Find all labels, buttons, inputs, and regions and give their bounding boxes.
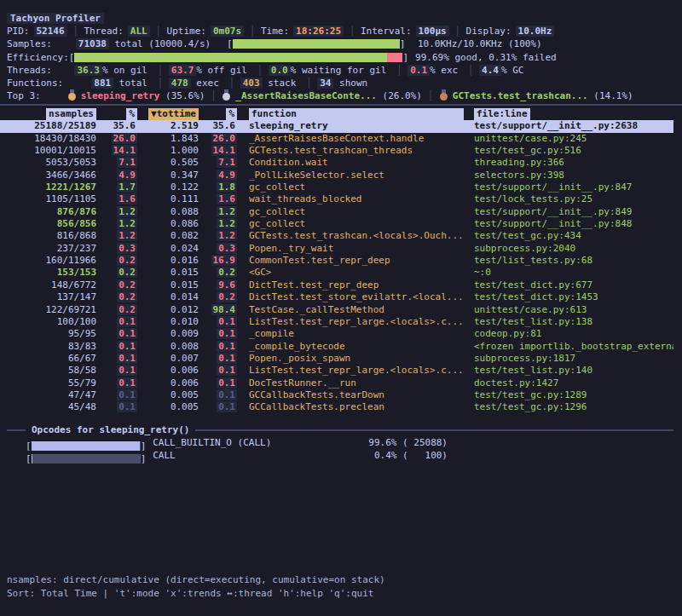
cell-cumulative-percent: 14.1: [199, 145, 237, 157]
function-stat: 881: [67, 77, 113, 89]
table-row[interactable]: 55/790.10.0060.1DocTestRunner.__rundocte…: [0, 377, 673, 389]
top3-percent: (35.6%): [159, 90, 205, 101]
table-row[interactable]: 148/67720.20.0159.6DictTest.test_repr_de…: [0, 279, 673, 291]
cell-nsamples: 18430/18430: [21, 133, 96, 145]
function-stat-value: 478: [169, 78, 191, 89]
column-header-direct-percent[interactable]: %: [126, 108, 137, 120]
table-row[interactable]: 100/1000.10.0100.1ListTest.test_repr_lar…: [0, 316, 673, 328]
cell-direct-percent: 0.1: [96, 365, 137, 377]
table-row[interactable]: 137/1470.20.0140.2DictTest.test_store_ev…: [0, 291, 673, 303]
function-stat-value: 403: [240, 78, 263, 89]
cell-tottime: 0.015: [137, 267, 199, 279]
efficiency-bar-good: [74, 53, 387, 62]
column-header-tottime-sorted[interactable]: ▼tottime: [148, 108, 199, 120]
cell-direct-percent: 0.2: [96, 255, 137, 267]
table-row[interactable]: 95/950.10.0090.1_compilecodeop.py:81: [0, 328, 673, 340]
column-header-cumulative-percent[interactable]: %: [226, 108, 237, 120]
top3-line: Top 3:sleeping_retry (35.6%) │ _AssertRa…: [7, 89, 675, 102]
top3-function-name[interactable]: sleeping_retry: [81, 90, 160, 101]
cell-function-name: wait_threads_blocked: [237, 193, 467, 205]
cell-function-name: DocTestRunner.__run: [237, 377, 467, 389]
table-row[interactable]: 237/2370.30.0240.3Popen._try_waitsubproc…: [0, 243, 673, 255]
cell-cumulative-percent: 0.2: [199, 291, 237, 303]
direct-percent-value: 0.1: [117, 341, 137, 352]
table-row[interactable]: 153/1530.20.0150.2<GC>~:0: [0, 267, 673, 279]
cell-file-line: test/test_gc.py:516: [467, 145, 673, 157]
table-row[interactable]: 1105/11051.60.1111.6wait_threads_blocked…: [0, 193, 673, 205]
top3-percent: (26.0%): [377, 90, 422, 101]
direct-percent-value: 0.1: [117, 365, 137, 376]
table-row[interactable]: 5053/50537.10.5057.1Condition.waitthread…: [0, 157, 673, 169]
function-stat: 403: [240, 78, 263, 89]
thread-value[interactable]: ALL: [128, 26, 150, 37]
table-row[interactable]: 3466/34664.90.3474.9_PollLikeSelector.se…: [0, 170, 673, 181]
cell-cumulative-percent: 0.1: [199, 401, 237, 413]
function-stat-value: 881: [91, 78, 113, 89]
top3-function-name[interactable]: _AssertRaisesBaseConte...: [235, 90, 377, 101]
thread-stat-value: 0.1: [407, 65, 430, 76]
top3-items: sleeping_retry (35.6%) │ _AssertRaisesBa…: [67, 90, 633, 101]
cumulative-percent-value: 0.2: [217, 291, 237, 302]
table-row[interactable]: 45/480.10.0050.1GCCallbackTests.preclean…: [0, 401, 673, 413]
cumulative-percent-value: 0.1: [217, 328, 237, 339]
cell-tottime: 0.016: [137, 255, 199, 267]
cell-cumulative-percent: 0.1: [199, 328, 237, 340]
cell-nsamples: 816/868: [21, 230, 96, 242]
cell-nsamples: 83/83: [21, 341, 96, 353]
cell-file-line: subprocess.py:1817: [467, 353, 673, 365]
functions-items: 881 total │ 478 exec │ 403 stack │ 34 sh…: [67, 78, 372, 89]
cell-direct-percent: 0.2: [96, 279, 137, 291]
cell-tottime: 0.009: [137, 328, 199, 340]
samples-bar-fill: [233, 39, 400, 49]
cell-file-line: test/test_list.py:140: [467, 365, 673, 377]
table-row[interactable]: 122/697210.20.01298.4TestCase._callTestM…: [0, 304, 673, 316]
cell-nsamples: 5053/5053: [21, 157, 96, 169]
cell-cumulative-percent: 0.1: [199, 365, 237, 377]
cell-nsamples: 45/48: [21, 401, 96, 413]
cell-tottime: 2.519: [137, 120, 199, 132]
column-header-function[interactable]: function: [249, 108, 464, 120]
table-row[interactable]: 25188/2518935.62.51935.6sleeping_retryte…: [0, 120, 673, 132]
table-row[interactable]: 876/8761.20.0881.2gc_collecttest/support…: [0, 206, 673, 218]
status-bar: PID:52146 │ Thread:ALL │ Uptime:0m07s │ …: [7, 25, 675, 37]
opcode-stat: 99.6% ( 25088): [345, 436, 448, 449]
function-stat-suffix: shown: [333, 78, 367, 89]
cell-tottime: 0.006: [137, 377, 199, 389]
top3-function-name[interactable]: GCTests.test_trashcan...: [453, 90, 588, 101]
cell-file-line: unittest/case.py:613: [467, 304, 673, 316]
interval-value: 100µs: [416, 26, 449, 37]
table-row[interactable]: 856/8561.20.0861.2gc_collecttest/support…: [0, 218, 673, 230]
tachyon-profiler-window: Tachyon Profiler PID:52146 │ Thread:ALL …: [0, 0, 682, 616]
cell-function-name: GCTests.test_trashcan_threads: [237, 145, 467, 157]
opcodes-section-title: Opcodes for sleeping_retry(): [32, 424, 189, 435]
table-row[interactable]: 66/670.10.0070.1Popen._posix_spawnsubpro…: [0, 353, 673, 365]
column-header-nsamples[interactable]: nsamples: [46, 108, 96, 120]
table-row[interactable]: 83/830.10.0080.1_compile_bytecode<frozen…: [0, 341, 673, 353]
table-row[interactable]: 18430/1843026.01.84326.0_AssertRaisesBas…: [0, 133, 673, 145]
functions-table: nsamples%▼tottime%functionfile:line 2518…: [0, 108, 673, 414]
cell-nsamples: 100/100: [21, 316, 96, 328]
table-row[interactable]: 1221/12671.70.1221.8gc_collecttest/suppo…: [0, 181, 673, 193]
direct-percent-value: 0.2: [117, 255, 137, 266]
cell-nsamples: 58/58: [21, 365, 96, 377]
thread-stat-suffix: % exc: [430, 65, 458, 76]
cell-function-name: CommonTest.test_repr_deep: [237, 255, 467, 267]
cell-function-name: _PollLikeSelector.select: [237, 170, 467, 181]
table-row[interactable]: 10001/1001514.11.00014.1GCTests.test_tra…: [0, 145, 673, 157]
column-header-file-line[interactable]: file:line: [474, 108, 530, 120]
cell-function-name: sleeping_retry: [237, 120, 467, 132]
cell-direct-percent: 0.2: [96, 291, 137, 303]
table-row[interactable]: 58/580.10.0060.1ListTest.test_repr_large…: [0, 365, 673, 377]
cell-nsamples: 160/11966: [21, 255, 96, 267]
table-row[interactable]: 47/470.10.0050.1GCCallbackTests.tearDown…: [0, 389, 673, 401]
cell-file-line: subprocess.py:2040: [467, 243, 673, 255]
cell-direct-percent: 0.1: [96, 353, 137, 365]
cell-tottime: 0.005: [137, 389, 199, 401]
cell-direct-percent: 0.2: [96, 267, 137, 279]
table-row[interactable]: 160/119660.20.01616.9CommonTest.test_rep…: [0, 255, 673, 267]
thread-stat-suffix: % off gil: [196, 65, 247, 76]
cell-tottime: 1.843: [137, 133, 199, 145]
table-row[interactable]: 816/8681.20.0821.2GCTests.test_trashcan.…: [0, 230, 673, 242]
direct-percent-value: 14.1: [112, 145, 138, 156]
opcode-row: []CALL_BUILTIN_O (CALL)99.6% ( 25088): [26, 436, 675, 449]
